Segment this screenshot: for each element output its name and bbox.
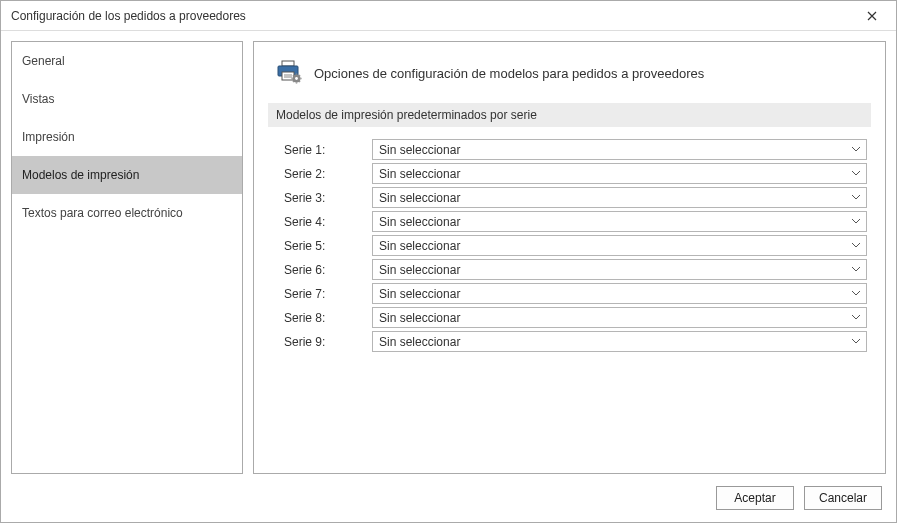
serie-label: Serie 8: [284, 311, 372, 325]
form-row: Serie 1: Sin seleccionar [284, 139, 867, 160]
sidebar-item-label: Textos para correo electrónico [22, 206, 183, 220]
chevron-down-icon [848, 165, 864, 182]
close-button[interactable] [856, 4, 888, 28]
combo-value: Sin seleccionar [379, 191, 460, 205]
serie-label: Serie 5: [284, 239, 372, 253]
svg-point-6 [295, 77, 298, 80]
form-row: Serie 6: Sin seleccionar [284, 259, 867, 280]
printer-gear-icon [276, 60, 302, 87]
sidebar-item-textos-correo[interactable]: Textos para correo electrónico [12, 194, 242, 232]
serie-label: Serie 7: [284, 287, 372, 301]
sidebar-item-vistas[interactable]: Vistas [12, 80, 242, 118]
combo-value: Sin seleccionar [379, 335, 460, 349]
serie-label: Serie 4: [284, 215, 372, 229]
combo-value: Sin seleccionar [379, 167, 460, 181]
form-row: Serie 2: Sin seleccionar [284, 163, 867, 184]
sidebar-item-label: Modelos de impresión [22, 168, 139, 182]
sidebar-item-impresion[interactable]: Impresión [12, 118, 242, 156]
serie-4-combo[interactable]: Sin seleccionar [372, 211, 867, 232]
content-area: General Vistas Impresión Modelos de impr… [1, 31, 896, 480]
svg-rect-0 [282, 61, 294, 66]
serie-label: Serie 3: [284, 191, 372, 205]
window-title: Configuración de los pedidos a proveedor… [11, 9, 246, 23]
main-panel: Opciones de configuración de modelos par… [253, 41, 886, 474]
combo-value: Sin seleccionar [379, 311, 460, 325]
cancel-button[interactable]: Cancelar [804, 486, 882, 510]
form-rows: Serie 1: Sin seleccionar Serie 2: Sin se… [268, 139, 871, 352]
combo-value: Sin seleccionar [379, 215, 460, 229]
chevron-down-icon [848, 309, 864, 326]
combo-value: Sin seleccionar [379, 143, 460, 157]
serie-label: Serie 9: [284, 335, 372, 349]
chevron-down-icon [848, 237, 864, 254]
serie-2-combo[interactable]: Sin seleccionar [372, 163, 867, 184]
sidebar-item-label: General [22, 54, 65, 68]
titlebar: Configuración de los pedidos a proveedor… [1, 1, 896, 31]
combo-value: Sin seleccionar [379, 239, 460, 253]
section-header: Modelos de impresión predeterminados por… [268, 103, 871, 127]
form-row: Serie 9: Sin seleccionar [284, 331, 867, 352]
form-row: Serie 5: Sin seleccionar [284, 235, 867, 256]
serie-label: Serie 6: [284, 263, 372, 277]
chevron-down-icon [848, 189, 864, 206]
form-row: Serie 3: Sin seleccionar [284, 187, 867, 208]
sidebar-item-modelos-impresion[interactable]: Modelos de impresión [12, 156, 242, 194]
form-row: Serie 8: Sin seleccionar [284, 307, 867, 328]
chevron-down-icon [848, 261, 864, 278]
serie-label: Serie 1: [284, 143, 372, 157]
accept-button[interactable]: Aceptar [716, 486, 794, 510]
chevron-down-icon [848, 141, 864, 158]
dialog-footer: Aceptar Cancelar [1, 480, 896, 522]
form-row: Serie 7: Sin seleccionar [284, 283, 867, 304]
serie-8-combo[interactable]: Sin seleccionar [372, 307, 867, 328]
chevron-down-icon [848, 285, 864, 302]
serie-1-combo[interactable]: Sin seleccionar [372, 139, 867, 160]
chevron-down-icon [848, 213, 864, 230]
panel-heading: Opciones de configuración de modelos par… [314, 66, 704, 81]
serie-9-combo[interactable]: Sin seleccionar [372, 331, 867, 352]
combo-value: Sin seleccionar [379, 263, 460, 277]
form-row: Serie 4: Sin seleccionar [284, 211, 867, 232]
close-icon [867, 11, 877, 21]
serie-3-combo[interactable]: Sin seleccionar [372, 187, 867, 208]
section-title: Modelos de impresión predeterminados por… [276, 108, 537, 122]
dialog-window: Configuración de los pedidos a proveedor… [0, 0, 897, 523]
sidebar-item-label: Impresión [22, 130, 75, 144]
sidebar-item-label: Vistas [22, 92, 54, 106]
chevron-down-icon [848, 333, 864, 350]
sidebar-item-general[interactable]: General [12, 42, 242, 80]
serie-6-combo[interactable]: Sin seleccionar [372, 259, 867, 280]
serie-label: Serie 2: [284, 167, 372, 181]
serie-5-combo[interactable]: Sin seleccionar [372, 235, 867, 256]
panel-header: Opciones de configuración de modelos par… [268, 56, 871, 103]
combo-value: Sin seleccionar [379, 287, 460, 301]
sidebar: General Vistas Impresión Modelos de impr… [11, 41, 243, 474]
serie-7-combo[interactable]: Sin seleccionar [372, 283, 867, 304]
